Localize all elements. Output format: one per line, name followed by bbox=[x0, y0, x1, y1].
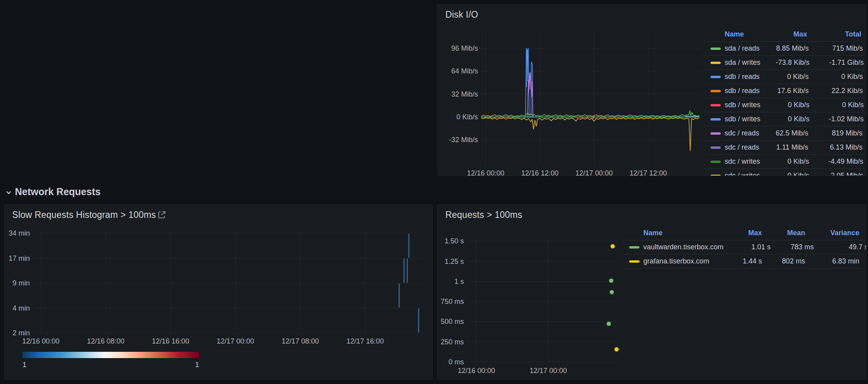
gradient-max-label: 1 bbox=[193, 360, 199, 369]
legend-value: 0 Kib/s bbox=[760, 172, 809, 176]
legend-row[interactable]: vaultwarden.tiserbox.com1.01 s783 ms49.7… bbox=[622, 240, 863, 254]
legend-value: 17.6 Kib/s bbox=[760, 87, 809, 95]
y-axis-tick-label: 17 min bbox=[9, 254, 30, 262]
legend-value: 0 Kib/s bbox=[809, 73, 863, 81]
legend-value: 0 Kib/s bbox=[760, 73, 809, 81]
legend-series-name: sda / reads bbox=[703, 44, 760, 53]
x-axis-tick-label: 12/16 00:00 bbox=[458, 367, 495, 375]
y-axis-tick-label: 34 min bbox=[9, 229, 30, 237]
scatter-point[interactable] bbox=[609, 278, 613, 283]
x-axis-tick-label: 12/17 00:00 bbox=[575, 169, 613, 176]
series-color-swatch bbox=[711, 62, 721, 64]
legend-series-name: sdb / writes bbox=[703, 101, 760, 109]
legend-row[interactable]: sdb / reads17.6 Kib/s22.2 Kib/s bbox=[703, 84, 865, 98]
legend-row[interactable]: sdb / reads0 Kib/s0 Kib/s bbox=[703, 70, 865, 84]
y-axis-tick-label: 2 min bbox=[13, 329, 30, 337]
gradient-min-label: 1 bbox=[22, 360, 27, 369]
legend-value: 1.01 s bbox=[723, 243, 771, 251]
series-color-swatch bbox=[711, 76, 721, 78]
legend-row[interactable]: sdc / writes0 Kib/s-2.05 Mib/s bbox=[703, 169, 865, 176]
legend-series-name: sdb / writes bbox=[703, 115, 760, 123]
heatmap-cell[interactable] bbox=[407, 259, 408, 283]
legend-row[interactable]: sdc / reads62.5 Mib/s819 Mib/s bbox=[703, 126, 865, 141]
legend-series-name: sdc / writes bbox=[703, 157, 760, 166]
series-color-swatch bbox=[629, 260, 639, 263]
y-axis-tick-label: 0 Kib/s bbox=[456, 113, 478, 121]
scatter-point[interactable] bbox=[610, 290, 614, 294]
legend-series-name: sda / writes bbox=[703, 59, 760, 67]
legend-series-name: sdc / writes bbox=[703, 172, 760, 176]
series-color-swatch bbox=[711, 48, 721, 50]
y-axis-tick-label: 500 ms bbox=[441, 318, 464, 325]
legend-row[interactable]: grafana.tiserbox.com1.44 s802 ms6.83 min bbox=[622, 254, 863, 269]
series-color-swatch bbox=[711, 90, 721, 92]
y-axis-tick-label: 250 ms bbox=[441, 338, 464, 346]
grafana-dashboard: Disk I/O 96 Mib/s64 Mib/s32 Mib/s0 Kib/s… bbox=[0, 0, 868, 384]
x-axis-tick-label: 12/16 16:00 bbox=[152, 337, 189, 345]
y-axis-tick-label: 1.25 s bbox=[445, 258, 464, 265]
series-color-swatch bbox=[711, 118, 721, 121]
x-axis-tick-label: 12/17 12:00 bbox=[630, 169, 667, 176]
legend-column-header[interactable]: Mean bbox=[762, 229, 805, 237]
legend-series-name: grafana.tiserbox.com bbox=[622, 257, 715, 265]
legend-value: 1.11 Mib/s bbox=[759, 143, 808, 152]
legend-column-header[interactable]: Total bbox=[807, 30, 861, 38]
legend-value: 802 ms bbox=[762, 257, 805, 265]
series-color-swatch bbox=[711, 161, 721, 163]
legend-row[interactable]: sdb / writes0 Kib/s-1.02 Mib/s bbox=[703, 112, 865, 126]
disk-io-legend-table: NameMaxTotalsda / reads8.85 Mib/s715 Mib… bbox=[703, 27, 865, 176]
y-axis-tick-label: 1.50 s bbox=[445, 237, 464, 245]
legend-value: 0 Kib/s bbox=[809, 101, 864, 109]
legend-column-header[interactable]: Name bbox=[622, 229, 715, 237]
legend-column-header[interactable]: Max bbox=[758, 30, 807, 38]
series-color-swatch bbox=[711, 146, 721, 149]
y-axis-tick-label: 4 min bbox=[13, 304, 30, 312]
legend-value: 62.5 Mib/s bbox=[759, 129, 808, 137]
legend-column-header[interactable]: Name bbox=[703, 30, 758, 38]
legend-series-name: vaultwarden.tiserbox.com bbox=[622, 243, 723, 251]
legend-row[interactable]: sda / writes-73.8 Kib/s-1.71 Gib/s bbox=[703, 56, 865, 70]
panel-disk-io: Disk I/O 96 Mib/s64 Mib/s32 Mib/s0 Kib/s… bbox=[437, 4, 866, 176]
series-color-swatch bbox=[711, 132, 721, 135]
x-axis-tick-label: 12/16 00:00 bbox=[22, 337, 59, 345]
scatter-point[interactable] bbox=[607, 322, 611, 326]
series-color-swatch bbox=[629, 246, 639, 249]
x-axis-tick-label: 12/17 00:00 bbox=[217, 337, 254, 345]
legend-row[interactable]: sdb / writes0 Kib/s0 Kib/s bbox=[703, 98, 865, 112]
legend-value: -1.71 Gib/s bbox=[809, 59, 864, 67]
x-axis-tick-label: 12/17 16:00 bbox=[346, 337, 384, 345]
legend-value: -4.49 Mib/s bbox=[809, 157, 863, 166]
scatter-point[interactable] bbox=[610, 244, 615, 249]
x-axis-tick-label: 12/16 00:00 bbox=[467, 169, 504, 176]
series-line bbox=[527, 73, 533, 117]
legend-value: -2.05 Mib/s bbox=[809, 172, 863, 176]
scatter-point[interactable] bbox=[614, 347, 619, 351]
legend-value: -73.8 Kib/s bbox=[760, 59, 809, 67]
y-axis-tick-label: 750 ms bbox=[441, 298, 464, 305]
heatmap-cell[interactable] bbox=[418, 309, 419, 333]
y-axis-tick-label: 0 ms bbox=[449, 358, 464, 366]
legend-row[interactable]: sda / reads8.85 Mib/s715 Mib/s bbox=[703, 42, 865, 56]
legend-value: 819 Mib/s bbox=[808, 129, 863, 137]
series-line bbox=[481, 111, 699, 117]
legend-header-row: NameMaxTotal bbox=[703, 27, 865, 42]
legend-row[interactable]: sdc / writes0 Kib/s-4.49 Mib/s bbox=[703, 155, 865, 169]
requests-legend-table: NameMaxMeanVariancevaultwarden.tiserbox.… bbox=[622, 226, 863, 269]
legend-header-row: NameMaxMeanVariance bbox=[622, 226, 863, 240]
heatmap-cell[interactable] bbox=[403, 259, 405, 283]
legend-row[interactable]: sdc / reads1.11 Mib/s6.13 Mib/s bbox=[703, 141, 865, 155]
y-axis-tick-label: 1 s bbox=[454, 278, 464, 285]
y-axis-tick-label: 64 Mib/s bbox=[451, 67, 478, 75]
x-axis-tick-label: 12/17 00:00 bbox=[529, 367, 567, 375]
legend-column-header[interactable]: Variance bbox=[805, 229, 859, 237]
x-axis-tick-label: 12/16 12:00 bbox=[521, 169, 559, 176]
heatmap-cell[interactable] bbox=[408, 234, 410, 258]
legend-value: 0 Kib/s bbox=[760, 157, 809, 166]
heatmap-cell[interactable] bbox=[399, 283, 400, 308]
legend-series-name: sdc / reads bbox=[703, 143, 759, 152]
panel-requests-over-100ms: Requests > 100ms 1.50 s1.25 s1 s750 ms50… bbox=[437, 205, 866, 380]
series-color-swatch bbox=[711, 175, 721, 176]
y-axis-tick-label: -32 Mib/s bbox=[449, 136, 478, 144]
section-header-network-requests[interactable]: Network Requests bbox=[5, 186, 101, 197]
legend-column-header[interactable]: Max bbox=[715, 229, 762, 237]
